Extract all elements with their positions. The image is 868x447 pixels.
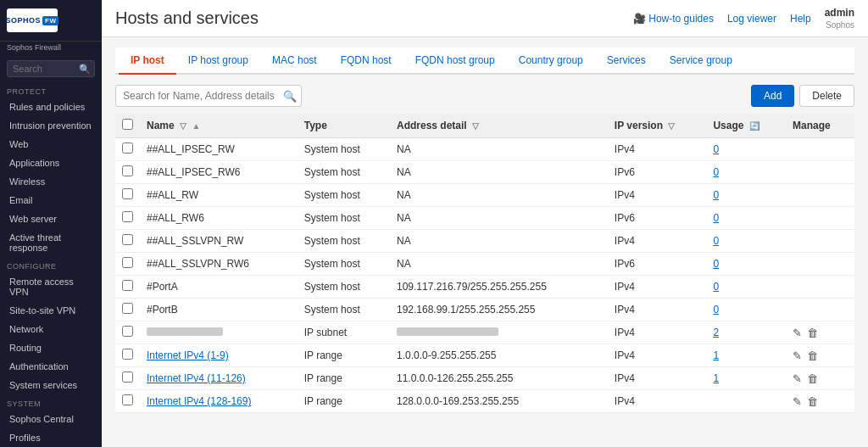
row-usage[interactable]: 1 xyxy=(713,372,719,384)
edit-icon[interactable]: ✎ xyxy=(793,349,802,362)
row-name: ##ALL_RW6 xyxy=(140,207,298,230)
col-name: Name ▽ ▲ xyxy=(140,114,298,138)
row-type: System host xyxy=(298,138,390,161)
row-name: ##ALL_SSLVPN_RW xyxy=(140,230,298,253)
edit-icon[interactable]: ✎ xyxy=(793,372,802,385)
row-checkbox-10[interactable] xyxy=(122,372,133,383)
table-row: ##ALL_SSLVPN_RW6System hostNAIPv60 xyxy=(115,253,854,276)
row-address: 11.0.0.0-126.255.255.255 xyxy=(390,367,608,390)
sidebar-item-applications[interactable]: Applications xyxy=(0,154,102,172)
row-checkbox-5[interactable] xyxy=(122,257,133,268)
delete-button[interactable]: Delete xyxy=(799,85,854,107)
table-actions: Add Delete xyxy=(751,85,854,107)
tab-fqdn-host[interactable]: FQDN host xyxy=(329,47,403,75)
sidebar-item-routing[interactable]: Routing xyxy=(0,338,102,357)
row-name-link[interactable]: Internet IPv4 (1-9) xyxy=(147,349,229,361)
delete-icon[interactable]: 🗑 xyxy=(807,327,818,339)
name-sort-icon[interactable]: ▲ xyxy=(192,121,200,131)
tab-service-group[interactable]: Service group xyxy=(658,47,744,75)
row-type: IP subnet xyxy=(298,321,390,344)
how-to-guides-link[interactable]: 🎥 How-to guides xyxy=(633,13,714,25)
row-checkbox-7[interactable] xyxy=(122,303,133,314)
main-content: Hosts and services 🎥 How-to guides Log v… xyxy=(102,0,868,447)
sidebar-item-wireless[interactable]: Wireless xyxy=(0,172,102,191)
row-checkbox-8[interactable] xyxy=(122,326,133,337)
table-row: IP subnetIPv42✎🗑 xyxy=(115,321,854,344)
select-all-checkbox[interactable] xyxy=(122,119,133,130)
row-checkbox-6[interactable] xyxy=(122,280,133,291)
row-usage[interactable]: 0 xyxy=(713,304,719,316)
col-manage: Manage xyxy=(786,114,854,138)
sidebar-item-remote-vpn[interactable]: Remote access VPN xyxy=(0,272,102,301)
row-checkbox-4[interactable] xyxy=(122,234,133,245)
tab-fqdn-host-group[interactable]: FQDN host group xyxy=(403,47,507,75)
ipversion-filter-icon[interactable]: ▽ xyxy=(668,121,675,131)
row-usage[interactable]: 0 xyxy=(713,258,719,270)
sidebar-search-container: 🔍 xyxy=(0,55,102,82)
row-usage[interactable]: 2 xyxy=(713,327,719,338)
row-checkbox-1[interactable] xyxy=(122,165,133,176)
row-checkbox-0[interactable] xyxy=(122,142,133,154)
table-row: ##ALL_RWSystem hostNAIPv40 xyxy=(115,184,854,207)
sidebar-item-system-services[interactable]: System services xyxy=(0,376,102,394)
protect-section-label: PROTECT xyxy=(0,82,102,98)
sidebar-item-webserver[interactable]: Web server xyxy=(0,210,102,228)
row-usage[interactable]: 1 xyxy=(713,349,719,361)
add-button[interactable]: Add xyxy=(751,85,794,107)
delete-icon[interactable]: 🗑 xyxy=(807,372,818,385)
row-name-link[interactable]: Internet IPv4 (128-169) xyxy=(147,395,251,407)
name-filter-icon[interactable]: ▽ xyxy=(180,121,186,131)
row-checkbox-9[interactable] xyxy=(122,349,133,360)
edit-icon[interactable]: ✎ xyxy=(793,327,802,339)
row-name-link[interactable]: Internet IPv4 (11-126) xyxy=(147,372,246,384)
col-type: Type xyxy=(298,114,390,138)
row-ip-version: IPv6 xyxy=(608,161,707,184)
sidebar-item-site-vpn[interactable]: Site-to-site VPN xyxy=(0,301,102,320)
table-row: ##ALL_RW6System hostNAIPv60 xyxy=(115,207,854,230)
sidebar-item-web[interactable]: Web xyxy=(0,135,102,154)
row-usage[interactable]: 0 xyxy=(713,143,719,155)
delete-icon[interactable]: 🗑 xyxy=(807,349,818,362)
tab-mac-host[interactable]: MAC host xyxy=(260,47,329,75)
row-checkbox-3[interactable] xyxy=(122,211,133,222)
tab-country-group[interactable]: Country group xyxy=(507,47,595,75)
row-usage[interactable]: 0 xyxy=(713,166,719,178)
table-row: Internet IPv4 (128-169)IP range128.0.0.0… xyxy=(115,390,854,413)
sidebar-item-authentication[interactable]: Authentication xyxy=(0,357,102,376)
delete-icon[interactable]: 🗑 xyxy=(807,395,818,408)
sidebar-item-profiles[interactable]: Profiles xyxy=(0,428,102,447)
tab-ip-host[interactable]: IP host xyxy=(119,47,176,75)
sidebar-item-email[interactable]: Email xyxy=(0,191,102,210)
sidebar-item-active-threat[interactable]: Active threat response xyxy=(0,228,102,257)
row-checkbox-2[interactable] xyxy=(122,188,133,199)
select-all-header[interactable] xyxy=(115,114,140,138)
address-filter-icon[interactable]: ▽ xyxy=(472,121,479,131)
row-usage[interactable]: 0 xyxy=(713,281,719,293)
row-usage[interactable]: 0 xyxy=(713,212,719,224)
help-link[interactable]: Help xyxy=(790,13,811,25)
sidebar-item-rules[interactable]: Rules and policies xyxy=(0,98,102,116)
usage-info-icon[interactable]: 🔄 xyxy=(749,121,760,131)
table-search-input[interactable] xyxy=(115,85,302,107)
row-checkbox-11[interactable] xyxy=(122,394,133,405)
row-type: IP range xyxy=(298,367,390,390)
col-address: Address detail ▽ xyxy=(390,114,608,138)
row-usage[interactable]: 0 xyxy=(713,235,719,247)
tab-services[interactable]: Services xyxy=(595,47,658,75)
table-search-icon: 🔍 xyxy=(283,90,297,103)
row-address: 109.117.216.79/255.255.255.255 xyxy=(390,276,608,299)
row-address: NA xyxy=(390,161,608,184)
edit-icon[interactable]: ✎ xyxy=(793,395,802,408)
tab-ip-host-group[interactable]: IP host group xyxy=(176,47,260,75)
search-wrap: 🔍 xyxy=(115,85,302,107)
table-row: #PortBSystem host192.168.99.1/255.255.25… xyxy=(115,299,854,321)
sidebar-item-sophos-central[interactable]: Sophos Central xyxy=(0,410,102,428)
row-ip-version: IPv4 xyxy=(608,138,707,161)
row-address: NA xyxy=(390,230,608,253)
sidebar-item-network[interactable]: Network xyxy=(0,320,102,338)
log-viewer-link[interactable]: Log viewer xyxy=(727,13,776,25)
system-section-label: SYSTEM xyxy=(0,394,102,410)
row-ip-version: IPv4 xyxy=(608,390,707,413)
sidebar-item-intrusion[interactable]: Intrusion prevention xyxy=(0,116,102,135)
row-usage[interactable]: 0 xyxy=(713,189,719,201)
